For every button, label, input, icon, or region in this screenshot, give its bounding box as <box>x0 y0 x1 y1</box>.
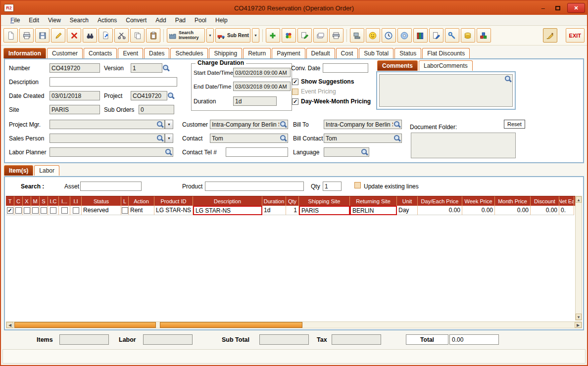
cell-day-price[interactable]: 0.00 <box>418 206 462 215</box>
tab-default[interactable]: Default <box>306 48 335 58</box>
version-search-icon[interactable] <box>162 64 170 72</box>
col-t[interactable]: T <box>6 196 14 206</box>
col-discount[interactable]: Discount <box>531 196 559 206</box>
cell-ii[interactable] <box>70 206 82 215</box>
add-button[interactable] <box>266 28 280 43</box>
menu-actions[interactable]: Actions <box>93 16 121 25</box>
menu-convert[interactable]: Convert <box>121 16 151 25</box>
labor-planner-search-icon[interactable] <box>165 148 172 156</box>
save-button[interactable] <box>35 28 49 43</box>
smiley-button[interactable] <box>366 28 380 43</box>
cell-net-each[interactable]: 0. <box>559 206 574 215</box>
col-product-id[interactable]: Product ID <box>154 196 193 206</box>
vertical-scrollbar[interactable]: ▲ ▼ <box>575 196 582 320</box>
col-s[interactable]: S <box>40 196 48 206</box>
number-field[interactable] <box>49 63 100 73</box>
row-checkbox-l[interactable] <box>122 207 128 214</box>
bill-to-search-icon[interactable] <box>393 121 401 128</box>
brush-button[interactable] <box>543 28 557 43</box>
date-created-field[interactable] <box>49 91 100 100</box>
sub-orders-field[interactable] <box>139 105 174 114</box>
search-inventory-button[interactable]: Search Inventory <box>167 28 205 43</box>
cubes-button[interactable] <box>477 28 491 43</box>
col-shipping-site[interactable]: Shipping Site <box>299 196 350 206</box>
contact-field[interactable] <box>210 134 288 143</box>
col-ic[interactable]: I.C <box>48 196 59 206</box>
bill-contact-search-icon[interactable] <box>393 135 401 142</box>
books-button[interactable] <box>413 28 428 43</box>
total-value-field[interactable]: 0.00 <box>449 334 499 345</box>
group-button[interactable] <box>282 28 296 43</box>
day-week-month-checkbox[interactable]: ✓ <box>292 98 298 105</box>
close-button[interactable]: ✕ <box>567 3 585 13</box>
cell-unit[interactable]: Day <box>397 206 418 215</box>
tab-shipping[interactable]: Shipping <box>209 48 242 58</box>
col-i2[interactable]: I... <box>59 196 70 206</box>
tab-return[interactable]: Return <box>243 48 271 58</box>
site-field[interactable] <box>49 105 100 114</box>
labor-planner-field[interactable] <box>49 147 173 157</box>
customer-field[interactable] <box>210 120 288 129</box>
row-checkbox-ic[interactable] <box>50 207 56 214</box>
tab-contacts[interactable]: Contacts <box>84 48 117 58</box>
start-datetime-field[interactable] <box>233 68 291 77</box>
scroll-down-arrow[interactable]: ▼ <box>576 314 582 320</box>
notes-button[interactable] <box>297 28 312 43</box>
cut-button[interactable] <box>114 28 129 43</box>
menu-pool[interactable]: Pool <box>190 16 211 25</box>
cell-action[interactable]: Rent <box>129 206 154 215</box>
tab-payment[interactable]: Payment <box>272 48 305 58</box>
conv-date-field[interactable] <box>323 63 368 73</box>
row-checkbox-c[interactable] <box>15 207 22 214</box>
bill-contact-field[interactable] <box>324 134 402 143</box>
cell-description[interactable]: LG STAR-NS <box>193 206 262 215</box>
row-checkbox-x[interactable] <box>24 207 30 214</box>
scroll-thumb-right[interactable] <box>160 322 302 328</box>
scroll-right-arrow[interactable]: ▶ <box>575 322 582 328</box>
language-search-icon[interactable] <box>361 148 368 156</box>
cell-c[interactable] <box>14 206 23 215</box>
cell-x[interactable] <box>23 206 31 215</box>
scroll-up-arrow[interactable]: ▲ <box>576 196 582 203</box>
exit-button[interactable]: EXIT <box>566 28 585 43</box>
row-checkbox-s[interactable] <box>41 207 47 214</box>
col-l[interactable]: L <box>121 196 129 206</box>
cell-i2[interactable] <box>59 206 70 215</box>
clock-button[interactable] <box>382 28 396 43</box>
col-day-each-price[interactable]: Day/Each Price <box>418 196 462 206</box>
update-existing-checkbox[interactable] <box>354 182 361 188</box>
col-unit[interactable]: Unit <box>397 196 418 206</box>
edit-document-button[interactable] <box>429 28 443 43</box>
tab-dates[interactable]: Dates <box>144 48 169 58</box>
menu-view[interactable]: View <box>44 16 65 25</box>
tab-labor[interactable]: Labor <box>34 165 59 176</box>
contact-tel-field[interactable] <box>226 147 288 157</box>
col-c[interactable]: C <box>14 196 23 206</box>
event-pricing-checkbox[interactable] <box>292 89 298 95</box>
document-folder-textarea[interactable] <box>411 133 516 158</box>
key-button[interactable] <box>445 28 459 43</box>
new-button[interactable] <box>3 28 18 43</box>
menu-edit[interactable]: Edit <box>24 16 44 25</box>
edit-button[interactable] <box>51 28 65 43</box>
tab-information[interactable]: Information <box>3 48 46 58</box>
row-checkbox-t[interactable]: ✓ <box>7 207 13 214</box>
scroll-thumb-left[interactable] <box>14 322 156 328</box>
cell-ic[interactable] <box>48 206 59 215</box>
sub-total-field[interactable] <box>259 334 309 345</box>
tab-customer[interactable]: Customer <box>47 48 83 58</box>
col-month-price[interactable]: Month Price <box>495 196 531 206</box>
col-ii[interactable]: I.I <box>70 196 82 206</box>
workstation-button[interactable] <box>350 28 364 43</box>
disc-button[interactable] <box>397 28 412 43</box>
asset-input[interactable] <box>80 182 142 191</box>
cell-discount[interactable]: 0.00 <box>531 206 559 215</box>
tab-status[interactable]: Status <box>394 48 421 58</box>
col-m[interactable]: M <box>31 196 40 206</box>
sub-rent-dropdown[interactable]: ▼ <box>252 28 259 43</box>
col-x[interactable]: X <box>23 196 31 206</box>
duration-field[interactable] <box>233 96 277 106</box>
menu-pad[interactable]: Pad <box>171 16 190 25</box>
cell-s[interactable] <box>40 206 48 215</box>
cell-duration[interactable]: 1d <box>262 206 286 215</box>
